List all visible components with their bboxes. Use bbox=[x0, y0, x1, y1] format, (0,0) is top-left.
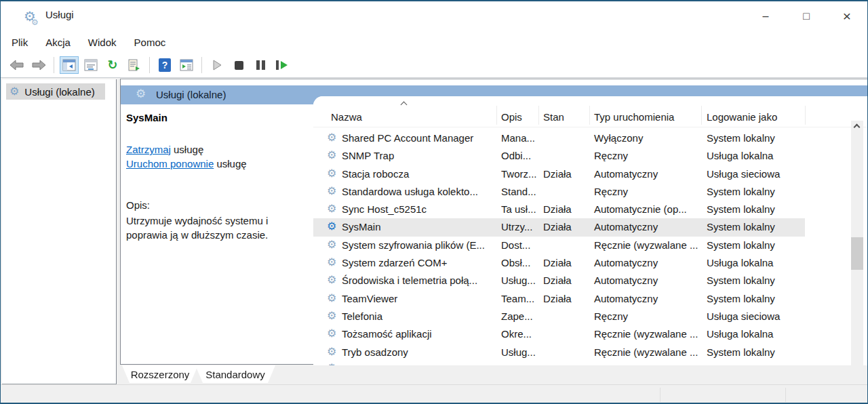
toolbar-separator bbox=[149, 57, 150, 73]
restart-service-icon[interactable] bbox=[273, 56, 292, 74]
close-button[interactable]: × bbox=[827, 1, 867, 31]
service-gear-icon: ⚙ bbox=[327, 310, 336, 321]
show-console-tree-icon[interactable] bbox=[60, 56, 79, 74]
service-gear-icon: ⚙ bbox=[327, 239, 336, 250]
cell-typ: Automatyczny bbox=[594, 257, 658, 268]
column-header-stan[interactable]: Stan bbox=[543, 111, 564, 123]
toolbar-separator bbox=[201, 57, 202, 73]
table-row[interactable]: ⚙ Tożsamość aplikacji Okre... Ręcznie (w… bbox=[313, 325, 805, 343]
properties-icon[interactable] bbox=[81, 56, 100, 74]
cell-logowanie: System lokalny bbox=[707, 203, 775, 215]
sort-ascending-icon bbox=[401, 102, 408, 108]
column-header-opis[interactable]: Opis bbox=[501, 111, 522, 123]
start-service-icon[interactable] bbox=[208, 56, 226, 74]
cell-opis: Dost... bbox=[501, 239, 530, 251]
cell-stan: Działa bbox=[543, 221, 572, 233]
column-divider[interactable] bbox=[589, 106, 590, 125]
table-row[interactable]: ⚙ System zdarzeń COM+ Obsł... Działa Aut… bbox=[313, 254, 805, 272]
table-row[interactable]: ⚙ System szyfrowania plików (E... Dost..… bbox=[313, 237, 805, 254]
cell-opis: Okre... bbox=[501, 328, 532, 340]
table-row[interactable]: ⚙ Shared PC Account Manager Mana... Wyłą… bbox=[313, 129, 805, 147]
forward-icon[interactable] bbox=[29, 56, 48, 74]
scrollbar-thumb[interactable] bbox=[851, 237, 863, 270]
services-app-icon: ⚙⚙ bbox=[24, 7, 41, 25]
maximize-button[interactable]: □ bbox=[786, 1, 827, 31]
service-gear-icon: ⚙ bbox=[327, 328, 336, 339]
cell-nazwa: Tożsamość aplikacji bbox=[342, 328, 432, 340]
column-divider[interactable] bbox=[805, 106, 806, 125]
tab-rozszerzony[interactable]: Rozszerzony bbox=[122, 365, 198, 383]
tree-item-uslugi-lokalne[interactable]: ⚙ Usługi (lokalne) bbox=[6, 83, 105, 100]
minimize-button[interactable]: – bbox=[745, 1, 786, 31]
table-row[interactable]: ⚙ Telefonia Zape... Ręczny Usługa siecio… bbox=[313, 308, 805, 325]
cell-stan: Działa bbox=[543, 168, 572, 180]
cell-stan: Działa bbox=[543, 275, 572, 286]
service-gear-icon: ⚙ bbox=[327, 346, 336, 357]
table-row[interactable]: ⚙ TeamViewer Team... Działa Automatyczny… bbox=[313, 290, 805, 308]
status-bar bbox=[1, 384, 867, 404]
workspace: ⚙ Usługi (lokalne) ⚙ Usługi (lokalne) Sy… bbox=[1, 78, 867, 404]
title-bar: ⚙⚙ Usługi – □ × bbox=[1, 1, 867, 31]
cell-stan: Działa bbox=[543, 203, 572, 215]
service-gear-icon: ⚙ bbox=[327, 150, 336, 161]
cell-opis: Odbi... bbox=[501, 150, 531, 161]
restart-suffix: usługę bbox=[216, 158, 246, 169]
service-gear-icon: ⚙ bbox=[327, 293, 336, 304]
cell-logowanie: System lokalny bbox=[707, 239, 775, 251]
menu-widok[interactable]: Widok bbox=[88, 37, 117, 48]
cell-opis: Ta usł... bbox=[501, 203, 536, 215]
restart-service-link[interactable]: Uruchom ponownie bbox=[126, 158, 214, 169]
cell-logowanie: Usługa sieciowa bbox=[707, 168, 780, 180]
description-label: Opis: bbox=[126, 199, 150, 211]
cell-nazwa: Środowiska i telemetria połą... bbox=[342, 275, 477, 286]
cell-typ: Ręcznie (wyzwalane ... bbox=[594, 346, 698, 358]
column-divider[interactable] bbox=[496, 106, 497, 125]
services-list-panel: Nazwa Opis Stan Typ uruchomienia Logowan… bbox=[313, 96, 868, 365]
cell-nazwa: TeamViewer bbox=[342, 293, 397, 304]
stop-suffix: usługę bbox=[174, 144, 203, 155]
table-row[interactable]: ⚙ Tryb osadzony Usług... Ręcznie (wyzwal… bbox=[313, 344, 805, 361]
cell-nazwa: Shared PC Account Manager bbox=[342, 132, 473, 144]
menu-akcja[interactable]: Akcja bbox=[45, 37, 71, 48]
refresh-icon[interactable]: ↻ bbox=[103, 56, 122, 74]
cell-logowanie: Usługa lokalna bbox=[707, 328, 773, 340]
table-row[interactable]: ⚙ SNMP Trap Odbi... Ręczny Usługa lokaln… bbox=[313, 147, 805, 165]
column-divider[interactable] bbox=[701, 106, 702, 125]
table-row[interactable]: ⚙ SysMain Utrzy... Działa Automatyczny S… bbox=[313, 218, 805, 236]
cell-nazwa: Tryb osadzony bbox=[342, 346, 408, 358]
stop-service-link[interactable]: Zatrzymaj bbox=[126, 144, 171, 155]
cell-typ: Automatycznie (op... bbox=[594, 203, 687, 215]
service-gear-icon: ⚙ bbox=[327, 275, 336, 285]
column-header-typ[interactable]: Typ uruchomienia bbox=[594, 111, 674, 123]
pause-service-icon[interactable] bbox=[251, 56, 270, 74]
services-header-title: Usługi (lokalne) bbox=[156, 89, 226, 100]
menu-pomoc[interactable]: Pomoc bbox=[134, 37, 166, 48]
services-gear-icon: ⚙ bbox=[9, 86, 19, 97]
cell-opis: Usług... bbox=[501, 275, 536, 286]
stop-service-icon[interactable] bbox=[229, 56, 248, 74]
table-row[interactable]: ⚙ Sync Host_c5251c Ta usł... Działa Auto… bbox=[313, 201, 805, 218]
tab-standardowy[interactable]: Standardowy bbox=[195, 365, 275, 383]
vertical-scrollbar[interactable] bbox=[851, 121, 863, 365]
cell-opis: Zape... bbox=[501, 310, 533, 322]
help-icon[interactable]: ? bbox=[155, 56, 174, 74]
menu-plik[interactable]: Plik bbox=[12, 37, 28, 48]
view-tabs: Rozszerzony Standardowy bbox=[121, 365, 748, 384]
cell-stan: Działa bbox=[543, 257, 572, 268]
show-action-pane-icon[interactable] bbox=[177, 56, 196, 74]
table-row[interactable]: ⚙ Standardowa usługa kolekto... Stand...… bbox=[313, 183, 805, 201]
column-header-logowanie[interactable]: Logowanie jako bbox=[707, 111, 777, 123]
cell-opis: Tworz... bbox=[501, 168, 537, 180]
column-header-nazwa[interactable]: Nazwa bbox=[331, 111, 362, 123]
cell-nazwa: System szyfrowania plików (E... bbox=[342, 239, 485, 251]
cell-nazwa: Telefonia bbox=[342, 310, 382, 322]
export-list-icon[interactable] bbox=[125, 56, 144, 74]
cell-typ: Ręcznie (wyzwalane ... bbox=[594, 239, 698, 251]
table-row[interactable]: ⚙ Środowiska i telemetria połą... Usług.… bbox=[313, 272, 805, 289]
back-icon[interactable] bbox=[7, 56, 26, 74]
service-gear-icon: ⚙ bbox=[327, 203, 336, 214]
table-row[interactable]: ⚙ Stacja robocza Tworz... Działa Automat… bbox=[313, 165, 805, 183]
main-pane: ⚙ Usługi (lokalne) SysMain Zatrzymaj usł… bbox=[120, 79, 867, 365]
scroll-up-icon[interactable] bbox=[854, 124, 861, 131]
column-divider[interactable] bbox=[538, 106, 539, 125]
